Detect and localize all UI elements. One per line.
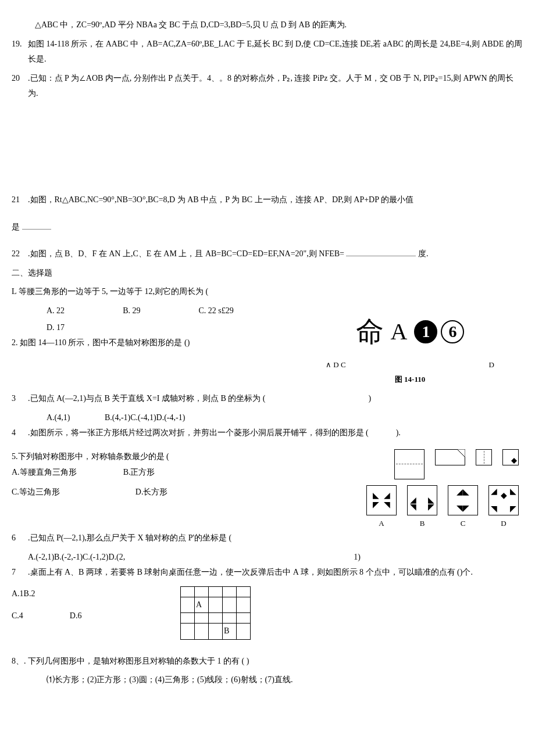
mc-q3-tail: )	[368, 394, 371, 403]
mc-q1-stem: L 等腰三角形的一边等于 5, 一边等于 12,则它的周长为 (	[12, 287, 208, 296]
mc-q3-opts-text: A.(4,1) B.(4,-1)C.(-4,1)D.(-4,-1)	[47, 413, 185, 422]
mc-q7-C: C.4	[12, 608, 23, 624]
mc-q5-row1: A.等腰直角三角形 B.正方形	[12, 465, 302, 481]
result-row: ◣◢ ◤◥ A ◢◣ ◥◤ B ◢◣ ◥◤ C	[333, 485, 519, 531]
blank	[346, 248, 416, 256]
mc-q2-stem: 2. 如图 14—110 所示，图中不是轴对称图形的是 ()	[12, 338, 190, 347]
mc-q3-num: 3	[12, 391, 16, 407]
fold-step3	[476, 449, 492, 482]
mc-q6-stem: .已知点 P(—2,1),那么点尸关于 X 轴对称的点 P'的坐标是 (	[28, 533, 231, 542]
mc-q2: 2. 如图 14—110 所示，图中不是轴对称图形的是 () 命 A 1 6 ∧…	[12, 335, 523, 388]
q20-body: .已知：点 P 为∠AOB 内一点, 分别作出 P 点关于。4、。8 的对称点外…	[28, 71, 523, 102]
grid-cell-A: A	[195, 597, 209, 613]
q21: 21 .如图，Rt△ABC,NC=90°,NB=3O°,BC=8,D 为 AB …	[12, 192, 523, 208]
label-B: B	[420, 517, 425, 531]
mc-q7-num: 7	[12, 565, 16, 581]
q18-text: △ABC 中，ZC=90º,AD 平分 NBAa 交 BC 于点 D,CD=3,…	[35, 20, 347, 29]
mc-q7-stem: .桌面上有 A、B 两球，若要将 B 球射向桌面任意一边，使一次反弹后击中 A …	[28, 568, 473, 576]
mc-q7-D: D.6	[70, 608, 82, 624]
mc-q5-A: A.等腰直角三角形	[12, 465, 77, 481]
fold-step4	[502, 449, 519, 482]
mc-q3-body: .已知点 A(—2,1)与点 B 关于直线 X=I 成轴对称，则点 B 的坐标为…	[28, 391, 523, 407]
q22-body: .如图，点 B、D、F 在 AN 上,C、E 在 AM 上，且 AB=BC=CD…	[28, 246, 523, 262]
mc-q8-stem: 8、. 下列几何图形中，是轴对称图形且对称轴的条数大于 1 的有 ( )	[12, 657, 249, 665]
mc-q7: 7 .桌面上有 A、B 两球，若要将 B 球射向桌面任意一边，使一次反弹后击中 …	[12, 565, 523, 581]
label-A: A	[379, 517, 384, 531]
mc-q1-B: B. 29	[123, 303, 140, 319]
q19-num: 19.	[12, 37, 22, 52]
q20-text: .已知：点 P 为∠AOB 内一点, 分别作出 P 点关于。4、。8 的对称点外…	[28, 74, 513, 98]
mc-q4: 4 .如图所示，将一张正方形纸片经过两次对折，并剪出一个菱形小洞后展开铺平，得到…	[12, 425, 523, 441]
svg-marker-1	[511, 458, 517, 464]
mc-q8-sub: ⑴长方形；(2)正方形；(3)圆；(4)三角形；(5)线段；(6)射线；(7)直…	[12, 672, 523, 688]
mc-q4-body: .如图所示，将一张正方形纸片经过两次对折，并剪出一个菱形小洞后展开铺平，得到的图…	[28, 425, 523, 441]
mc-q8: 8、. 下列几何图形中，是轴对称图形且对称轴的条数大于 1 的有 ( )	[12, 654, 523, 669]
fig-row2: ∧ D C D	[320, 358, 500, 372]
fold-figure: ◣◢ ◤◥ A ◢◣ ◥◤ B ◢◣ ◥◤ C	[333, 449, 519, 531]
label-C: C	[461, 517, 466, 531]
q22: 22 .如图，点 B、D、F 在 AN 上,C、E 在 AM 上，且 AB=BC…	[12, 246, 523, 262]
fig-row1: 命 A 1 6	[320, 305, 500, 358]
mc-q5-B: B.正方形	[123, 465, 155, 481]
q21-body: .如图，Rt△ABC,NC=90°,NB=3O°,BC=8,D 为 AB 中点，…	[28, 192, 523, 208]
result-B: ◢◣ ◥◤ B	[407, 485, 437, 531]
mc-q3: 3 .已知点 A(—2,1)与点 B 关于直线 X=I 成轴对称，则点 B 的坐…	[12, 391, 523, 407]
section2-heading: 二、选择题	[12, 266, 523, 281]
mc-q3-opts: A.(4,1) B.(4,-1)C.(-4,1)D.(-4,-1)	[12, 410, 523, 426]
mc-q3-stem: .已知点 A(—2,1)与点 B 关于直线 X=I 成轴对称，则点 B 的坐标为…	[28, 394, 265, 403]
mc-q7-AB: A.1B.2	[12, 586, 151, 602]
mc-q1-D: D. 17	[47, 320, 65, 336]
q19-text: 如图 14-118 所示，在 AABC 中，AB=AC,ZA=60º,BE_LA…	[28, 40, 522, 64]
mc-q6-opts-right: 1)	[354, 550, 361, 565]
mc-q6-body: .已知点 P(—2,1),那么点尸关于 X 轴对称的点 P'的坐标是 (	[28, 531, 523, 546]
fold-step2	[435, 449, 465, 482]
mc-q1: L 等腰三角形的一边等于 5, 一边等于 12,则它的周长为 (	[12, 284, 523, 300]
q21-text: .如图，Rt△ABC,NC=90°,NB=3O°,BC=8,D 为 AB 中点，…	[28, 195, 413, 204]
mc-q5-D: D.长方形	[135, 485, 168, 500]
mc-q1-A: A. 22	[47, 303, 65, 319]
mc-q7-CD: C.4 D.6	[12, 608, 151, 624]
grid-cell-B: B	[223, 624, 237, 640]
result-C: ◢◣ ◥◤ C	[448, 485, 478, 531]
fig-hanzi: 命	[356, 305, 384, 358]
mc-q6-opts: A.(-2,1)B.(-2,-1)C.(-1,2)D.(2, 1)	[12, 550, 523, 565]
fig-caption: 图 14-110	[320, 372, 500, 387]
mc-q6-num: 6	[12, 531, 16, 546]
mc-q7-row: A.1B.2 C.4 D.6 A B	[12, 586, 523, 640]
q19: 19. 如图 14-118 所示，在 AABC 中，AB=AC,ZA=60º,B…	[12, 37, 523, 67]
q18-cont: △ABC 中，ZC=90º,AD 平分 NBAa 交 BC 于点 D,CD=3,…	[12, 17, 523, 33]
q20-num: 20	[12, 71, 20, 87]
fold-top-row	[333, 449, 519, 482]
result-A: ◣◢ ◤◥ A	[366, 485, 397, 531]
blank	[22, 221, 51, 230]
q19-body: 如图 14-118 所示，在 AABC 中，AB=AC,ZA=60º,BE_LA…	[28, 37, 523, 67]
mc-q5-row2: C.等边三角形 D.长方形	[12, 485, 302, 500]
mc-q5: 5.下列轴对称图形中，对称轴条数最少的是 ( A.等腰直角三角形 B.正方形 C…	[12, 449, 302, 500]
q21-tail-text: 是	[12, 223, 22, 231]
mc-q7-opts: A.1B.2 C.4 D.6	[12, 586, 151, 624]
mc-q6: 6 .已知点 P(—2,1),那么点尸关于 X 轴对称的点 P'的坐标是 (	[12, 531, 523, 546]
label-D: D	[501, 517, 506, 531]
mc-q4-num: 4	[12, 425, 16, 441]
q22-text: .如图，点 B、D、F 在 AN 上,C、E 在 AM 上，且 AB=BC=CD…	[28, 249, 346, 258]
q21-tail: 是	[12, 220, 523, 235]
mc-q8-sub-text: ⑴长方形；(2)正方形；(3)圆；(4)三角形；(5)线段；(6)射线；(7)直…	[47, 675, 293, 684]
fig-letter-A: A	[391, 310, 408, 354]
q22-tail: 度.	[416, 249, 428, 258]
q21-num: 21	[12, 192, 20, 208]
fig-14-110: 命 A 1 6 ∧ D C D 图 14-110	[320, 305, 500, 387]
fold-step1	[394, 449, 425, 482]
billiard-grid: A B	[180, 586, 251, 640]
q5-and-fig: 5.下列轴对称图形中，对称轴条数最少的是 ( A.等腰直角三角形 B.正方形 C…	[12, 449, 523, 531]
fig-circle-6: 6	[441, 320, 464, 343]
mc-q4-tail: ).	[396, 428, 401, 437]
fig-row2-right: D	[489, 358, 494, 372]
fig-row2-left: ∧ D C	[326, 358, 346, 372]
mc-q6-opts-left: A.(-2,1)B.(-2,-1)C.(-1,2)D.(2,	[28, 550, 125, 565]
q22-num: 22	[12, 246, 20, 262]
fig-circle-1: 1	[414, 320, 437, 343]
mc-q1-C: C. 22 s£29	[198, 303, 233, 319]
mc-q4-stem: .如图所示，将一张正方形纸片经过两次对折，并剪出一个菱形小洞后展开铺平，得到的图…	[28, 428, 369, 437]
mc-q5-C: C.等边三角形	[12, 485, 60, 500]
result-D: ◢◣ ◥◤ ◆ D	[488, 485, 519, 531]
